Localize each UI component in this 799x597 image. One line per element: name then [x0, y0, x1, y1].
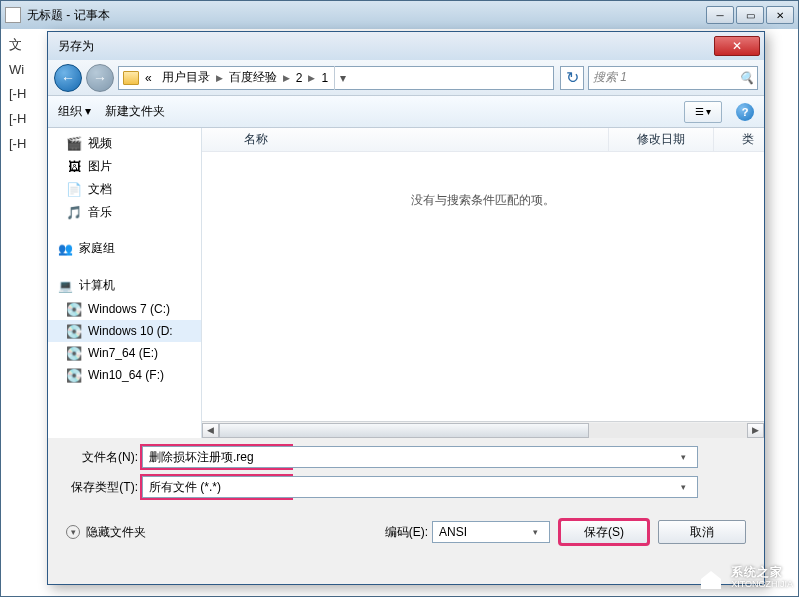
sidebar-item-drive-e[interactable]: 💽Win7_64 (E:): [48, 342, 201, 364]
chevron-right-icon[interactable]: ▶: [308, 73, 315, 83]
sidebar-item-label: Win7_64 (E:): [88, 346, 158, 360]
encoding-select[interactable]: ANSI ▾: [432, 521, 550, 543]
file-list-panel: 名称 修改日期 类 没有与搜索条件匹配的项。 ◀ ▶: [202, 128, 764, 438]
explorer-body: 🎬视频 🖼图片 📄文档 🎵音乐 👥家庭组 💻计算机 💽Windows 7 (C:…: [48, 128, 764, 438]
dialog-titlebar: 另存为 ✕: [48, 32, 764, 60]
homegroup-icon: 👥: [58, 242, 73, 256]
address-bar[interactable]: « 用户目录 ▶ 百度经验 ▶ 2 ▶ 1 ▾: [118, 66, 554, 90]
pictures-icon: 🖼: [66, 159, 82, 175]
horizontal-scrollbar[interactable]: ◀ ▶: [202, 421, 764, 438]
chevron-right-icon[interactable]: ▶: [283, 73, 290, 83]
folder-icon: [123, 71, 139, 85]
notepad-window-controls: ─ ▭ ✕: [704, 6, 794, 24]
sidebar-item-drive-f[interactable]: 💽Win10_64 (F:): [48, 364, 201, 386]
dialog-close-button[interactable]: ✕: [714, 36, 760, 56]
breadcrumb[interactable]: 2: [292, 71, 307, 85]
sidebar: 🎬视频 🖼图片 📄文档 🎵音乐 👥家庭组 💻计算机 💽Windows 7 (C:…: [48, 128, 202, 438]
sidebar-item-label: 家庭组: [79, 240, 115, 257]
empty-message: 没有与搜索条件匹配的项。: [202, 192, 764, 209]
video-icon: 🎬: [66, 136, 82, 152]
sidebar-item-documents[interactable]: 📄文档: [48, 178, 201, 201]
hide-folders-label: 隐藏文件夹: [86, 524, 146, 541]
sidebar-group-computer[interactable]: 💻计算机: [48, 273, 201, 298]
sidebar-group-homegroup[interactable]: 👥家庭组: [48, 236, 201, 261]
sidebar-item-video[interactable]: 🎬视频: [48, 132, 201, 155]
sidebar-item-music[interactable]: 🎵音乐: [48, 201, 201, 224]
toolbar: 组织 ▾ 新建文件夹 ☰ ▾ ?: [48, 96, 764, 128]
nav-bar: ← → « 用户目录 ▶ 百度经验 ▶ 2 ▶ 1 ▾ ↻ 搜索 1 🔍: [48, 60, 764, 96]
filename-label: 文件名(N):: [68, 449, 142, 466]
breadcrumb[interactable]: 1: [317, 71, 332, 85]
filename-value: 删除损坏注册项.reg: [149, 449, 254, 466]
filetype-label: 保存类型(T):: [68, 479, 142, 496]
cancel-button[interactable]: 取消: [658, 520, 746, 544]
sidebar-item-drive-d[interactable]: 💽Windows 10 (D:: [48, 320, 201, 342]
watermark-icon: [697, 565, 725, 591]
sidebar-item-drive-c[interactable]: 💽Windows 7 (C:): [48, 298, 201, 320]
documents-icon: 📄: [66, 182, 82, 198]
dropdown-icon[interactable]: ▾: [681, 482, 695, 492]
computer-icon: 💻: [58, 279, 73, 293]
sidebar-item-label: 计算机: [79, 277, 115, 294]
drive-icon: 💽: [66, 301, 82, 317]
nav-back-button[interactable]: ←: [54, 64, 82, 92]
scroll-thumb[interactable]: [219, 423, 589, 438]
cancel-button-label: 取消: [690, 524, 714, 541]
encoding-label: 编码(E):: [385, 524, 428, 541]
filename-highlight: 删除损坏注册项.reg ▾: [142, 446, 291, 468]
notepad-title: 无标题 - 记事本: [27, 7, 110, 24]
search-icon: 🔍: [739, 71, 753, 85]
nav-forward-button[interactable]: →: [86, 64, 114, 92]
sidebar-item-label: Win10_64 (F:): [88, 368, 164, 382]
watermark-url: XITONGZHIJIA: [731, 580, 793, 590]
breadcrumb[interactable]: 百度经验: [225, 69, 281, 86]
scroll-right-button[interactable]: ▶: [747, 423, 764, 438]
drive-icon: 💽: [66, 345, 82, 361]
filetype-value: 所有文件 (*.*): [149, 479, 221, 496]
column-headers: 名称 修改日期 类: [202, 128, 764, 152]
sidebar-item-label: Windows 7 (C:): [88, 302, 170, 316]
sidebar-item-pictures[interactable]: 🖼图片: [48, 155, 201, 178]
address-dropdown[interactable]: ▾: [334, 66, 350, 90]
dialog-title: 另存为: [58, 38, 94, 55]
save-form: 文件名(N): 删除损坏注册项.reg ▾ 保存类型(T): 所有文件 (*.*…: [48, 438, 764, 510]
filetype-select[interactable]: 所有文件 (*.*) ▾: [142, 476, 698, 498]
column-type[interactable]: 类: [714, 128, 764, 151]
sidebar-item-label: Windows 10 (D:: [88, 324, 173, 338]
minimize-button[interactable]: ─: [706, 6, 734, 24]
organize-menu[interactable]: 组织 ▾: [58, 103, 91, 120]
notepad-titlebar: 无标题 - 记事本 ─ ▭ ✕: [1, 1, 798, 29]
dialog-footer: ▾ 隐藏文件夹 编码(E): ANSI ▾ 保存(S) 取消: [48, 510, 764, 560]
music-icon: 🎵: [66, 205, 82, 221]
search-input[interactable]: 搜索 1 🔍: [588, 66, 758, 90]
view-button[interactable]: ☰ ▾: [684, 101, 722, 123]
column-modified[interactable]: 修改日期: [609, 128, 714, 151]
drive-icon: 💽: [66, 367, 82, 383]
encoding-row: 编码(E): ANSI ▾: [385, 521, 550, 543]
sidebar-item-label: 图片: [88, 158, 112, 175]
help-button[interactable]: ?: [736, 103, 754, 121]
dropdown-icon[interactable]: ▾: [681, 452, 695, 462]
refresh-button[interactable]: ↻: [560, 66, 584, 90]
sidebar-item-label: 音乐: [88, 204, 112, 221]
save-button[interactable]: 保存(S): [560, 520, 648, 544]
chevron-icon: ▾: [66, 525, 80, 539]
watermark: 系统之家 XITONGZHIJIA: [697, 565, 793, 591]
filetype-highlight: 所有文件 (*.*) ▾: [142, 476, 291, 498]
notepad-icon: [5, 7, 21, 23]
chevron-right-icon[interactable]: ▶: [216, 73, 223, 83]
save-as-dialog: 另存为 ✕ ← → « 用户目录 ▶ 百度经验 ▶ 2 ▶ 1 ▾ ↻ 搜索 1…: [47, 31, 765, 585]
scroll-left-button[interactable]: ◀: [202, 423, 219, 438]
scroll-track[interactable]: [219, 423, 747, 438]
watermark-name: 系统之家: [731, 566, 793, 579]
breadcrumb[interactable]: 用户目录: [158, 69, 214, 86]
drive-icon: 💽: [66, 323, 82, 339]
maximize-button[interactable]: ▭: [736, 6, 764, 24]
dropdown-icon[interactable]: ▾: [533, 527, 547, 537]
hide-folders-toggle[interactable]: ▾ 隐藏文件夹: [66, 524, 146, 541]
close-button[interactable]: ✕: [766, 6, 794, 24]
column-name[interactable]: 名称: [202, 128, 609, 151]
new-folder-button[interactable]: 新建文件夹: [105, 103, 165, 120]
breadcrumb[interactable]: «: [141, 71, 156, 85]
filename-input[interactable]: 删除损坏注册项.reg ▾: [142, 446, 698, 468]
